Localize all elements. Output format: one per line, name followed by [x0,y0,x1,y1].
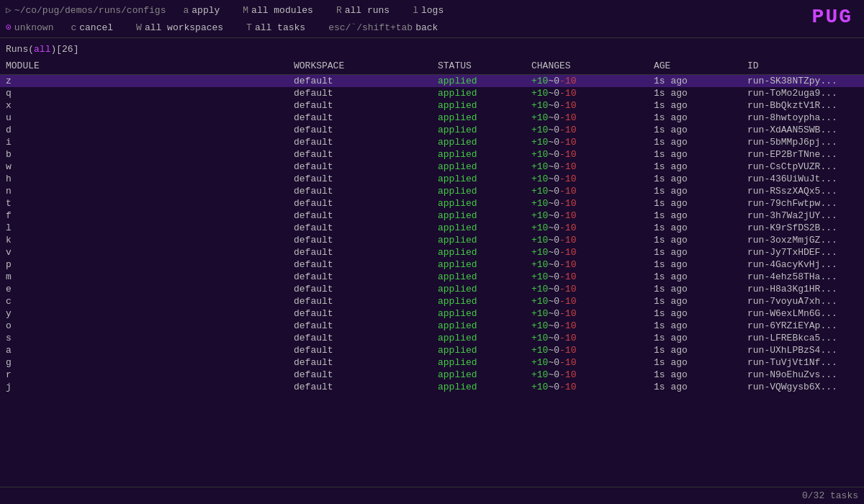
changes-zero: 0 [554,210,559,221]
cell-changes: +10 ~ 0 -10 [531,247,654,258]
table-row[interactable]: v default applied +10 ~ 0 -10 1s ago run… [0,246,864,258]
back-label: back [415,22,438,33]
all-workspaces-key: W [136,22,142,33]
cell-status: applied [438,320,531,331]
changes-negative: -10 [559,284,576,294]
cell-status: applied [438,333,531,343]
changes-positive: +10 [531,357,548,368]
back-cmd: esc/`/shift+tab back [328,22,438,33]
cell-module: m [6,271,294,282]
changes-negative: -10 [559,137,576,148]
cell-id: run-Jy7TxHDEF... [747,247,858,258]
cell-workspace: default [294,186,438,197]
table-row[interactable]: k default applied +10 ~ 0 -10 1s ago run… [0,234,864,246]
footer: 0/32 tasks [0,487,864,504]
cell-workspace: default [294,284,438,294]
table-row[interactable]: o default applied +10 ~ 0 -10 1s ago run… [0,320,864,332]
changes-zero: 0 [554,357,559,368]
changes-tilde: ~ [548,76,554,86]
table-row[interactable]: z default applied +10 ~ 0 -10 1s ago run… [0,75,864,87]
apply-cmd: a apply [183,5,220,16]
cell-workspace: default [294,174,438,184]
table-row[interactable]: p default applied +10 ~ 0 -10 1s ago run… [0,258,864,271]
changes-negative: -10 [559,308,576,319]
cell-changes: +10 ~ 0 -10 [531,320,654,331]
changes-positive: +10 [531,210,548,221]
all-tasks-key: T [246,22,252,33]
table-row[interactable]: a default applied +10 ~ 0 -10 1s ago run… [0,344,864,356]
cell-module: l [6,222,294,233]
changes-zero: 0 [554,235,559,246]
folder-icon: ▷ [6,4,12,16]
table-row[interactable]: i default applied +10 ~ 0 -10 1s ago run… [0,136,864,148]
cell-module: d [6,125,294,135]
cell-module: s [6,333,294,343]
cell-id: run-6YRZiEYAp... [747,320,858,331]
all-tasks-label: all tasks [255,22,305,33]
table-row[interactable]: y default applied +10 ~ 0 -10 1s ago run… [0,307,864,320]
changes-negative: -10 [559,100,576,111]
status-text: unknown [14,22,54,33]
table-row[interactable]: f default applied +10 ~ 0 -10 1s ago run… [0,210,864,222]
cell-age: 1s ago [654,382,747,392]
logs-cmd: l logs [413,5,444,16]
table-row[interactable]: w default applied +10 ~ 0 -10 1s ago run… [0,161,864,173]
cell-id: run-VQWgysb6X... [747,382,858,392]
tasks-count: 0/32 tasks [802,490,858,501]
cell-module: c [6,296,294,307]
table-row[interactable]: s default applied +10 ~ 0 -10 1s ago run… [0,332,864,344]
table-row[interactable]: h default applied +10 ~ 0 -10 1s ago run… [0,173,864,185]
cell-status: applied [438,247,531,258]
cell-changes: +10 ~ 0 -10 [531,235,654,246]
changes-zero: 0 [554,112,559,123]
changes-zero: 0 [554,125,559,135]
all-runs-cmd: R all runs [336,5,390,16]
cancel-cmd: c cancel [71,22,113,33]
table-row[interactable]: t default applied +10 ~ 0 -10 1s ago run… [0,197,864,210]
cell-age: 1s ago [654,149,747,160]
changes-positive: +10 [531,333,548,343]
changes-tilde: ~ [548,382,554,392]
cell-changes: +10 ~ 0 -10 [531,345,654,356]
table-row[interactable]: m default applied +10 ~ 0 -10 1s ago run… [0,271,864,283]
table-row[interactable]: q default applied +10 ~ 0 -10 1s ago run… [0,87,864,99]
changes-tilde: ~ [548,320,554,331]
cell-module: t [6,198,294,209]
cell-workspace: default [294,345,438,356]
header-row1: ▷ ~/co/pug/demos/runs/configs a apply M … [0,0,864,19]
cell-id: run-BbQkztV1R... [747,100,858,111]
table-row[interactable]: u default applied +10 ~ 0 -10 1s ago run… [0,112,864,124]
cell-workspace: default [294,357,438,368]
cell-module: v [6,247,294,258]
changes-tilde: ~ [548,125,554,135]
cell-status: applied [438,382,531,392]
changes-zero: 0 [554,174,559,184]
cell-id: run-4GacyKvHj... [747,259,858,270]
cell-age: 1s ago [654,235,747,246]
table-row[interactable]: b default applied +10 ~ 0 -10 1s ago run… [0,148,864,161]
cell-workspace: default [294,100,438,111]
table-row[interactable]: r default applied +10 ~ 0 -10 1s ago run… [0,369,864,381]
cell-workspace: default [294,112,438,123]
cell-age: 1s ago [654,222,747,233]
cell-status: applied [438,186,531,197]
table-row[interactable]: x default applied +10 ~ 0 -10 1s ago run… [0,99,864,112]
table-row[interactable]: d default applied +10 ~ 0 -10 1s ago run… [0,124,864,136]
cell-changes: +10 ~ 0 -10 [531,112,654,123]
cell-changes: +10 ~ 0 -10 [531,271,654,282]
cell-age: 1s ago [654,137,747,148]
table-row[interactable]: n default applied +10 ~ 0 -10 1s ago run… [0,185,864,197]
table-row[interactable]: l default applied +10 ~ 0 -10 1s ago run… [0,222,864,234]
changes-zero: 0 [554,296,559,307]
table-row[interactable]: j default applied +10 ~ 0 -10 1s ago run… [0,381,864,393]
changes-zero: 0 [554,161,559,172]
table-row[interactable]: e default applied +10 ~ 0 -10 1s ago run… [0,283,864,295]
table-row[interactable]: c default applied +10 ~ 0 -10 1s ago run… [0,295,864,307]
runs-filter: all [34,44,50,55]
table-row[interactable]: g default applied +10 ~ 0 -10 1s ago run… [0,356,864,369]
cell-id: run-ToMo2uga9... [747,88,858,99]
apply-key: a [183,5,189,16]
status-display: ⊙ unknown [6,22,53,33]
cell-id: run-4ehz58THa... [747,271,858,282]
runs-count: 26 [62,44,73,55]
